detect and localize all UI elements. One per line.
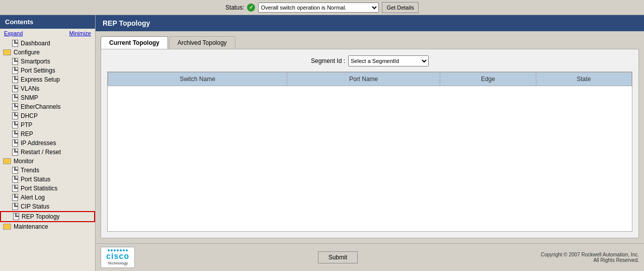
status-dropdown[interactable]: Overall switch operation is Normal. xyxy=(258,3,379,13)
doc-icon xyxy=(13,213,19,220)
status-label: Status: xyxy=(225,4,244,11)
sidebar-item-vlans[interactable]: VLANs xyxy=(0,84,95,93)
tab-current-topology[interactable]: Current Topology xyxy=(101,36,168,49)
sidebar-item-dhcp[interactable]: DHCP xyxy=(0,111,95,120)
wave-dot-6 xyxy=(123,249,125,251)
content-area: REP Topology Current Topology Archived T… xyxy=(96,15,644,271)
sidebar-item-label: CIP Status xyxy=(21,203,49,210)
sidebar-group-monitor[interactable]: Monitor xyxy=(0,157,95,166)
sidebar-group-label: Maintenance xyxy=(14,223,48,230)
doc-icon xyxy=(12,103,18,110)
sidebar-item-label: IP Addresses xyxy=(21,140,56,147)
col-port-name: Port Name xyxy=(287,73,440,86)
folder-icon xyxy=(3,158,11,164)
wave-dot-3 xyxy=(114,249,116,251)
expand-link[interactable]: Expand xyxy=(4,30,23,36)
doc-icon xyxy=(12,58,18,65)
cisco-subtitle: Technology xyxy=(108,261,128,265)
doc-icon xyxy=(12,140,18,147)
get-details-button[interactable]: Get Details xyxy=(382,2,418,13)
main-layout: Contents Expand Minimize Dashboard Confi… xyxy=(0,15,644,271)
minimize-link[interactable]: Minimize xyxy=(69,30,91,36)
sidebar-item-ip-addresses[interactable]: IP Addresses xyxy=(0,139,95,148)
submit-button[interactable]: Submit xyxy=(318,251,358,263)
doc-icon xyxy=(12,94,18,101)
page-title: REP Topology xyxy=(96,15,644,31)
sidebar-item-dashboard[interactable]: Dashboard xyxy=(0,39,95,48)
sidebar: Contents Expand Minimize Dashboard Confi… xyxy=(0,15,96,271)
sidebar-item-label: Dashboard xyxy=(21,40,50,47)
sidebar-group-maintenance[interactable]: Maintenance xyxy=(0,222,95,231)
sidebar-item-label: EtherChannels xyxy=(21,103,60,110)
sidebar-title: Contents xyxy=(0,15,95,29)
sidebar-item-port-statistics[interactable]: Port Statistics xyxy=(0,184,95,193)
sidebar-item-label: Alert Log xyxy=(21,194,45,201)
sidebar-item-express-setup[interactable]: Express Setup xyxy=(0,75,95,84)
doc-icon xyxy=(12,167,18,174)
doc-icon xyxy=(12,40,18,47)
col-switch-name: Switch Name xyxy=(108,73,287,86)
sidebar-item-port-settings[interactable]: Port Settings xyxy=(0,66,95,75)
sidebar-item-restart-reset[interactable]: Restart / Reset xyxy=(0,148,95,157)
sidebar-actions: Expand Minimize xyxy=(0,29,95,38)
sidebar-item-etherchannels[interactable]: EtherChannels xyxy=(0,102,95,111)
sidebar-item-label: REP Topology xyxy=(22,213,60,220)
doc-icon xyxy=(12,149,18,156)
cisco-waves xyxy=(108,249,128,251)
sidebar-item-label: SNMP xyxy=(21,94,38,101)
cisco-text: cisco xyxy=(106,252,129,261)
wave-dot-1 xyxy=(108,249,110,251)
folder-icon xyxy=(3,49,11,55)
sidebar-item-port-status[interactable]: Port Status xyxy=(0,175,95,184)
sidebar-item-label: Restart / Reset xyxy=(21,149,61,156)
segment-select[interactable]: Select a SegmentId xyxy=(348,55,429,66)
segment-label: Segment Id : xyxy=(311,57,345,64)
doc-icon xyxy=(12,130,18,138)
sidebar-item-rep-topology[interactable]: REP Topology xyxy=(0,211,95,222)
topology-panel: Segment Id : Select a SegmentId Switch N… xyxy=(101,49,639,238)
sidebar-group-label: Configure xyxy=(14,49,40,56)
topology-table: Switch Name Port Name Edge State xyxy=(108,72,632,86)
segment-row: Segment Id : Select a SegmentId xyxy=(107,55,632,66)
sidebar-item-label: REP xyxy=(21,130,33,138)
sidebar-item-cip-status[interactable]: CIP Status xyxy=(0,202,95,211)
tabs: Current Topology Archived Topology xyxy=(101,36,639,49)
sidebar-item-snmp[interactable]: SNMP xyxy=(0,93,95,102)
sidebar-item-trends[interactable]: Trends xyxy=(0,166,95,175)
wave-dot-7 xyxy=(126,249,128,251)
doc-icon xyxy=(12,203,18,210)
doc-icon xyxy=(12,185,18,192)
folder-icon xyxy=(3,224,11,230)
copyright-text: Copyright © 2007 Rockwell Automation, In… xyxy=(541,252,639,263)
sidebar-item-rep[interactable]: REP xyxy=(0,129,95,139)
doc-icon xyxy=(12,194,18,201)
doc-icon xyxy=(12,121,18,128)
sidebar-item-label: Smartports xyxy=(21,58,50,65)
sidebar-item-label: VLANs xyxy=(21,85,39,92)
tab-archived-topology[interactable]: Archived Topology xyxy=(169,36,235,49)
col-edge: Edge xyxy=(440,73,536,86)
sidebar-section: Dashboard Configure Smartports Port Sett… xyxy=(0,38,95,232)
sidebar-item-label: DHCP xyxy=(21,112,38,119)
table-wrapper: Switch Name Port Name Edge State xyxy=(107,72,632,232)
sidebar-item-ptp[interactable]: PTP xyxy=(0,120,95,129)
cisco-logo: cisco Technology xyxy=(101,247,135,268)
sidebar-group-label: Monitor xyxy=(14,158,34,165)
col-state: State xyxy=(536,73,631,86)
wave-dot-5 xyxy=(120,249,122,251)
wave-dot-4 xyxy=(117,249,119,251)
sidebar-group-configure[interactable]: Configure xyxy=(0,48,95,57)
sidebar-item-label: Port Statistics xyxy=(21,185,57,192)
sidebar-item-alert-log[interactable]: Alert Log xyxy=(0,193,95,202)
sidebar-item-label: Port Status xyxy=(21,176,50,183)
sidebar-item-label: PTP xyxy=(21,121,32,128)
table-header-row: Switch Name Port Name Edge State xyxy=(108,73,632,86)
doc-icon xyxy=(12,176,18,183)
status-bar: Status: ✓ Overall switch operation is No… xyxy=(0,0,644,15)
sidebar-item-smartports[interactable]: Smartports xyxy=(0,57,95,66)
table-header: Switch Name Port Name Edge State xyxy=(108,73,632,86)
doc-icon xyxy=(12,76,18,83)
doc-icon xyxy=(12,67,18,74)
status-ok-icon: ✓ xyxy=(247,4,255,12)
sidebar-item-label: Port Settings xyxy=(21,67,55,74)
